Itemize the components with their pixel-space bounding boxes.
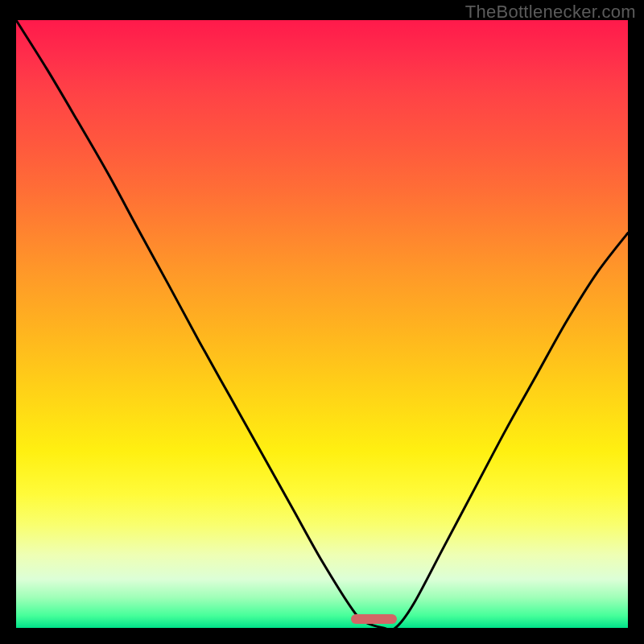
curve-path [16, 20, 628, 628]
plot-area [16, 20, 628, 628]
bottleneck-curve [16, 20, 628, 628]
optimal-range-marker [351, 614, 397, 624]
chart-frame: TheBottlenecker.com [0, 0, 644, 644]
